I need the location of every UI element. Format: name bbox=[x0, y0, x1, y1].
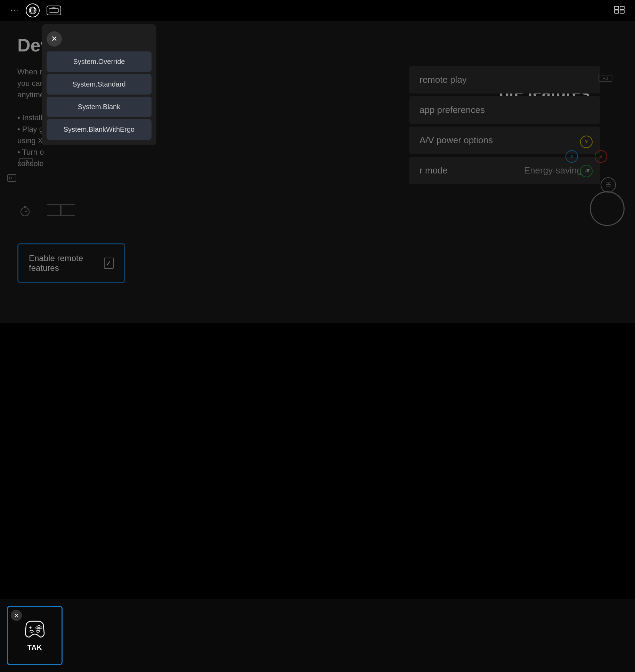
svg-rect-8 bbox=[620, 10, 624, 13]
card-close-button[interactable]: ✕ bbox=[11, 610, 22, 621]
more-options-icon[interactable]: ··· bbox=[10, 6, 19, 15]
option-system-override[interactable]: System.Override bbox=[47, 51, 152, 72]
svg-point-28 bbox=[38, 628, 40, 630]
svg-point-26 bbox=[40, 627, 42, 629]
option-system-standard[interactable]: System.Standard bbox=[47, 74, 152, 95]
topbar: ··· bbox=[0, 0, 635, 21]
svg-point-30 bbox=[36, 630, 40, 632]
option-system-blank-ergo[interactable]: System.BlankWithErgo bbox=[47, 119, 152, 140]
dropdown-overlay: ✕ System.Override System.Standard System… bbox=[42, 24, 156, 145]
topbar-right bbox=[614, 5, 625, 16]
window-icon[interactable] bbox=[614, 5, 625, 16]
svg-point-1 bbox=[31, 8, 34, 13]
controller-card[interactable]: ✕ TAK bbox=[7, 606, 63, 665]
svg-point-29 bbox=[30, 630, 33, 632]
controller-card-label: TAK bbox=[27, 643, 42, 651]
svg-rect-5 bbox=[614, 6, 619, 9]
svg-rect-2 bbox=[49, 8, 59, 13]
svg-rect-6 bbox=[620, 6, 624, 9]
svg-point-27 bbox=[36, 627, 38, 629]
close-dropdown-button[interactable]: ✕ bbox=[47, 31, 62, 47]
option-system-blank[interactable]: System.Blank bbox=[47, 97, 152, 117]
bottom-bar: ✕ TAK bbox=[0, 599, 635, 672]
xbox-logo[interactable] bbox=[26, 3, 40, 17]
controller-icon[interactable] bbox=[47, 6, 61, 15]
svg-rect-7 bbox=[614, 10, 619, 13]
topbar-left: ··· bbox=[10, 3, 61, 17]
svg-point-25 bbox=[38, 625, 40, 628]
controller-card-icon bbox=[23, 620, 47, 640]
